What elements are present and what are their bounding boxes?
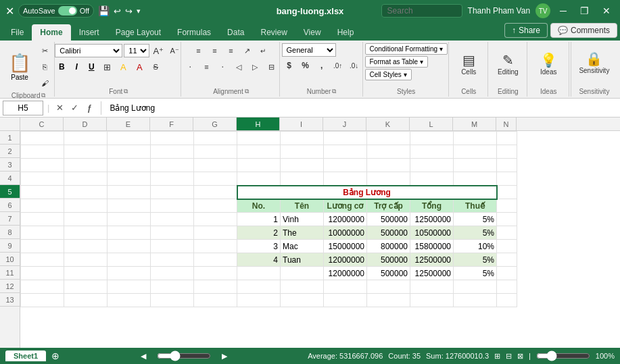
cell-j2[interactable] [324,145,367,159]
cell-n12[interactable] [497,280,517,294]
align-top-center-button[interactable]: ≡ [207,43,222,58]
cell-f1[interactable] [151,132,194,145]
col-header-i[interactable]: I [280,118,323,130]
cell-n7[interactable] [497,213,517,226]
cell-h11[interactable] [237,267,281,280]
number-expand-icon[interactable]: ⧉ [332,88,336,95]
cell-i11[interactable] [281,267,324,280]
cell-h13[interactable] [237,294,281,307]
cell-h1[interactable] [237,132,281,145]
cell-f3[interactable] [151,159,194,172]
font-name-select[interactable]: Calibri [55,44,122,57]
row-header-10[interactable]: 10 [0,253,20,266]
tab-formulas[interactable]: Formulas [169,24,219,41]
number-format-select[interactable]: General [282,43,336,57]
cell-g2[interactable] [194,145,237,159]
col-header-n[interactable]: N [496,118,517,130]
restore-button[interactable]: ❐ [576,4,593,18]
cell-c12[interactable] [21,280,64,294]
cell-j8[interactable]: 10000000 [324,226,367,240]
cell-g1[interactable] [194,132,237,145]
cell-n11[interactable] [497,267,517,280]
cell-k2[interactable] [367,145,410,159]
row-header-4[interactable]: 4 [0,172,20,185]
cell-e10[interactable] [108,253,151,267]
cell-c6[interactable] [21,199,64,213]
cell-k12[interactable] [367,280,410,294]
merge-center-button[interactable]: ⊟ [264,59,279,74]
cell-n10[interactable] [497,253,517,267]
cell-i12[interactable] [281,280,324,294]
cell-c4[interactable] [21,172,64,186]
cell-k4[interactable] [367,172,410,186]
currency-button[interactable]: $ [282,58,297,73]
cell-k7[interactable]: 500000 [367,213,410,226]
format-painter-button[interactable]: 🖌 [37,76,52,90]
alignment-expand-icon[interactable]: ⧉ [245,88,249,95]
tab-home[interactable]: Home [32,24,70,41]
cell-d2[interactable] [64,145,108,159]
cell-d8[interactable] [64,226,108,240]
cell-g12[interactable] [194,280,237,294]
tab-view[interactable]: View [295,24,329,41]
col-header-j[interactable]: J [323,118,366,130]
increase-decimal-button[interactable]: .0↑ [331,58,345,73]
cell-c1[interactable] [21,132,64,145]
cell-j1[interactable] [324,132,367,145]
conditional-formatting-button[interactable]: Conditional Formatting ▾ [365,43,448,55]
cell-k3[interactable] [367,159,410,172]
cell-k1[interactable] [367,132,410,145]
cell-f7[interactable] [151,213,194,226]
cell-c10[interactable] [21,253,64,267]
cell-f2[interactable] [151,145,194,159]
cell-k10[interactable]: 500000 [367,253,410,267]
cell-e12[interactable] [108,280,151,294]
cell-i4[interactable] [281,172,324,186]
tab-review[interactable]: Review [252,24,295,41]
cell-i10[interactable]: Tuan [281,253,324,267]
cell-n8[interactable] [497,226,517,240]
orientation-button[interactable]: ↗ [239,43,254,58]
cell-d3[interactable] [64,159,108,172]
col-header-g[interactable]: G [193,118,237,130]
col-header-d[interactable]: D [64,118,107,130]
cell-d4[interactable] [64,172,108,186]
align-left-button[interactable]: ⬝ [183,59,197,74]
cell-c11[interactable] [21,267,64,280]
cell-l9[interactable]: 15800000 [410,240,454,253]
cell-g4[interactable] [194,172,237,186]
cell-l10[interactable]: 12500000 [410,253,454,267]
col-header-m[interactable]: M [453,118,496,130]
cell-g6[interactable] [194,199,237,213]
cell-e5[interactable] [108,186,151,199]
increase-font-size-button[interactable]: A⁺ [151,43,166,58]
cell-m9[interactable]: 10% [454,240,497,253]
font-expand-icon[interactable]: ⧉ [124,88,128,95]
cell-l11[interactable]: 12500000 [410,267,454,280]
row-header-13[interactable]: 13 [0,293,20,307]
cell-f12[interactable] [151,280,194,294]
cell-reference-input[interactable] [3,101,43,115]
insert-function-button[interactable]: ƒ [83,103,95,113]
cell-i3[interactable] [281,159,324,172]
italic-button[interactable]: I [70,60,83,74]
cell-l4[interactable] [410,172,454,186]
cell-h12[interactable] [237,280,281,294]
redo-icon[interactable]: ↪ [125,6,133,16]
paste-button[interactable]: 📋 Paste [5,48,34,86]
tab-page-layout[interactable]: Page Layout [108,24,169,41]
tab-help[interactable]: Help [329,24,362,41]
cell-f6[interactable] [151,199,194,213]
cell-m7[interactable]: 5% [454,213,497,226]
cell-c2[interactable] [21,145,64,159]
underline-button[interactable]: U [85,60,98,74]
indent-decrease-button[interactable]: ◁ [231,59,246,74]
horizontal-scroll[interactable] [157,350,211,361]
cell-h5-title[interactable]: Bảng Lương [237,186,497,199]
cell-f8[interactable] [151,226,194,240]
cell-c5[interactable] [21,186,64,199]
cell-d11[interactable] [64,267,108,280]
cell-f13[interactable] [151,294,194,307]
cell-l2[interactable] [410,145,454,159]
row-header-8[interactable]: 8 [0,226,20,239]
